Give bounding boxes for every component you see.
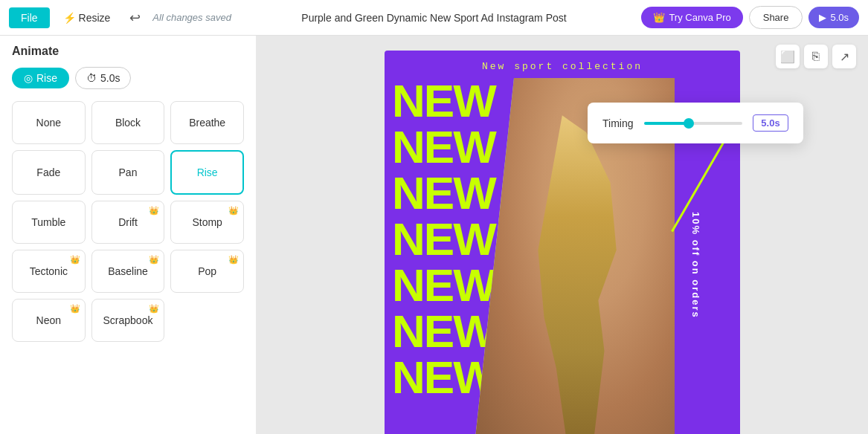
poster-discount-text: 10% off on orders xyxy=(689,212,702,319)
animation-button-drift[interactable]: Drift👑 xyxy=(91,201,165,244)
resize-label: Resize xyxy=(79,12,111,24)
play-duration: 5.0s xyxy=(830,12,849,23)
timing-label: 5.0s xyxy=(100,72,120,84)
share-button[interactable]: Share xyxy=(749,6,803,29)
animation-button-rise[interactable]: Rise xyxy=(170,150,244,195)
play-icon: ▶ xyxy=(819,12,826,23)
export-tool-button[interactable]: ↗ xyxy=(832,45,856,68)
frame-tool-button[interactable]: ⬜ xyxy=(776,45,800,68)
duplicate-tool-button[interactable]: ⎘ xyxy=(804,45,828,68)
animation-button-tectonic[interactable]: Tectonic👑 xyxy=(12,250,86,293)
resize-icon: ⚡ xyxy=(63,12,76,24)
canvas-area: Timing 5.0s ⬜ ⎘ ↗ New sport collection N… xyxy=(257,36,868,434)
animate-header: Animate xyxy=(0,36,256,61)
crown-pro-icon: 👑 xyxy=(70,255,80,265)
main-layout: Animate ◎ Rise ⏱ 5.0s NoneBlockBreatheFa… xyxy=(0,36,868,434)
poster-title: New sport collection xyxy=(385,51,740,78)
try-canva-pro-button[interactable]: 👑 Try Canva Pro xyxy=(641,7,742,28)
crown-icon: 👑 xyxy=(653,12,665,23)
play-button[interactable]: ▶ 5.0s xyxy=(808,7,859,28)
rise-animation-button[interactable]: ◎ Rise xyxy=(12,68,69,88)
crown-pro-icon: 👑 xyxy=(228,206,239,216)
document-title: Purple and Green Dynamic New Sport Ad In… xyxy=(301,12,566,24)
animation-button-pan[interactable]: Pan xyxy=(91,150,165,195)
undo-button[interactable]: ↩ xyxy=(123,7,147,29)
timing-clock-icon: ⏱ xyxy=(86,72,97,84)
timing-value: 5.0s xyxy=(753,114,788,132)
animation-button-scrapbook[interactable]: Scrapbook👑 xyxy=(91,299,165,342)
animation-button-tumble[interactable]: Tumble xyxy=(12,201,86,244)
animation-button-baseline[interactable]: Baseline👑 xyxy=(91,250,165,293)
canvas-toolbar: ⬜ ⎘ ↗ xyxy=(776,45,856,68)
resize-button[interactable]: ⚡ Resize xyxy=(56,7,118,28)
timing-popup-label: Timing xyxy=(602,117,634,129)
athlete-silhouette xyxy=(514,115,634,434)
animation-button-breathe[interactable]: Breathe xyxy=(170,101,244,144)
canva-pro-label: Try Canva Pro xyxy=(669,12,730,23)
file-button[interactable]: File xyxy=(9,7,50,28)
saved-status: All changes saved xyxy=(152,12,231,23)
timing-popup: Timing 5.0s xyxy=(588,103,803,143)
animation-button-neon[interactable]: Neon👑 xyxy=(12,299,86,342)
animation-button-stomp[interactable]: Stomp👑 xyxy=(170,201,244,244)
animation-button-block[interactable]: Block xyxy=(91,101,165,144)
crown-pro-icon: 👑 xyxy=(70,304,80,314)
animation-grid: NoneBlockBreatheFadePanRiseTumbleDrift👑S… xyxy=(0,95,256,354)
animation-button-pop[interactable]: Pop👑 xyxy=(170,250,244,293)
left-panel: Animate ◎ Rise ⏱ 5.0s NoneBlockBreatheFa… xyxy=(0,36,257,434)
timing-slider-wrap xyxy=(644,122,743,125)
timing-button[interactable]: ⏱ 5.0s xyxy=(75,67,131,89)
crown-pro-icon: 👑 xyxy=(228,255,239,265)
crown-pro-icon: 👑 xyxy=(149,255,159,265)
topbar: File ⚡ Resize ↩ All changes saved Purple… xyxy=(0,0,868,36)
topbar-right: 👑 Try Canva Pro Share ▶ 5.0s xyxy=(641,6,859,29)
animation-button-fade[interactable]: Fade xyxy=(12,150,86,195)
rise-label: Rise xyxy=(36,72,57,84)
crown-pro-icon: 👑 xyxy=(149,304,159,314)
crown-pro-icon: 👑 xyxy=(149,206,159,216)
timing-slider[interactable] xyxy=(644,122,743,125)
animate-subbar: ◎ Rise ⏱ 5.0s xyxy=(0,61,256,95)
rise-icon: ◎ xyxy=(24,72,33,84)
animation-button-none[interactable]: None xyxy=(12,101,86,144)
